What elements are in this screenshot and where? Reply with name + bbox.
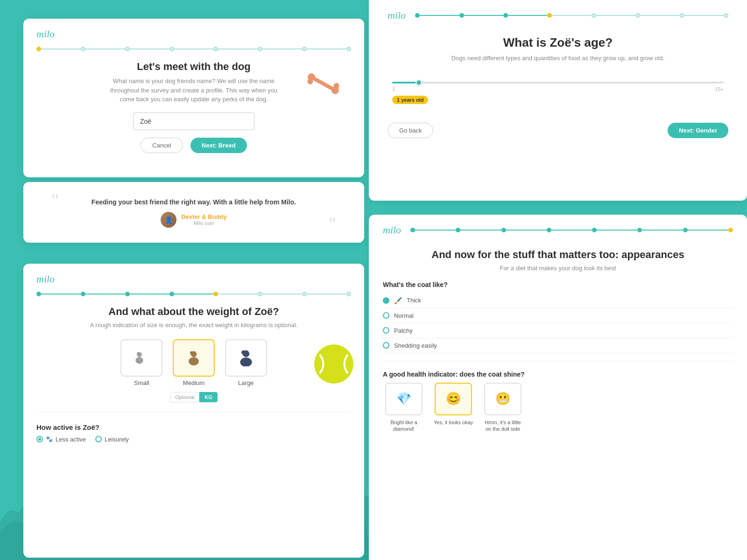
svg-point-10 [190, 351, 193, 354]
prog5-dot-4 [592, 228, 597, 232]
size-medium-input-row: Optional KG [170, 392, 217, 402]
prog3-dot-7 [346, 292, 351, 296]
prog5-dot-0 [410, 228, 415, 232]
prog4-line-3 [552, 15, 591, 16]
prog4-line-5 [640, 15, 679, 16]
logo-card3: milo [23, 264, 364, 285]
coat-option-patchy[interactable]: Patchy [383, 323, 733, 338]
prog5-line-3 [551, 230, 592, 231]
size-large-box [225, 339, 267, 377]
coat-radio-patchy [383, 327, 389, 334]
radio-leisurely [95, 436, 102, 442]
activity-leisurely[interactable]: Leisurely [95, 436, 129, 443]
prog-line-6 [307, 49, 346, 49]
prog4-line-6 [684, 15, 724, 16]
prog4-dot-6 [680, 13, 684, 18]
svg-point-8 [136, 357, 143, 364]
thick-icon: 🖌️ [394, 297, 402, 304]
prog-line-5 [262, 49, 302, 49]
prog3-line-2 [130, 294, 169, 294]
prog5-line-0 [415, 230, 456, 231]
card5-title: And now for the stuff that matters too: … [383, 248, 733, 262]
prog3-line-4 [218, 294, 258, 294]
prog5-dot-1 [456, 228, 460, 232]
prog4-dot-7 [724, 13, 728, 18]
size-small-label: Small [134, 379, 149, 386]
author-role: Milo user [181, 220, 227, 226]
prog5-line-1 [460, 230, 501, 231]
shine-diamond[interactable]: 💎 Bright like a diamond! [383, 383, 425, 433]
coat-option-thick[interactable]: 🖌️ Thick [383, 293, 733, 308]
dog-name-input-wrap [133, 112, 254, 130]
logo-card5: milo [383, 224, 401, 236]
card5-content: And now for the stuff that matters too: … [369, 236, 747, 441]
prog3-dot-0 [36, 292, 41, 296]
prog5-dot-2 [501, 228, 506, 232]
prog3-dot-1 [81, 292, 85, 296]
svg-line-0 [311, 70, 335, 97]
go-back-button[interactable]: Go back [388, 123, 433, 138]
prog-line-1 [85, 49, 125, 49]
size-small[interactable]: Small [120, 339, 162, 402]
prog5-dot-7 [728, 228, 733, 232]
card3-content: And what about the weight of Zoë? A roug… [23, 296, 364, 452]
testimonial-text-wrap: Feeding your best friend the right way. … [63, 197, 324, 228]
progress-bar-card3 [23, 292, 364, 296]
card5-subtitle: For a diet that makes your dog look its … [383, 265, 733, 272]
prog4-dot-2 [503, 13, 508, 18]
slider-fill [392, 82, 419, 84]
next-breed-button[interactable]: Next: Breed [190, 138, 247, 153]
prog4-line-2 [508, 15, 547, 16]
coat-label-normal: Normal [394, 312, 414, 319]
slider-labels: 1 15+ [392, 86, 724, 92]
logo-card4: milo [388, 9, 406, 21]
logo-card1: milo [23, 19, 364, 40]
prog4-dot-1 [459, 13, 464, 18]
dog-name-input[interactable] [133, 112, 254, 130]
avatar-image: 👤 [161, 212, 176, 228]
card-appearances: milo And now for the stuff that matters … [369, 215, 747, 560]
prog5-dot-3 [547, 228, 551, 232]
prog4-line-4 [596, 15, 635, 16]
svg-point-14 [240, 357, 252, 366]
less-active-icon: 🐾 [46, 436, 53, 442]
radio-less-active [36, 436, 43, 442]
activity-options: 🐾 Less active Leisurely [36, 436, 351, 443]
age-badge: 1 years old [392, 96, 428, 104]
prog3-line-1 [85, 294, 125, 294]
next-gender-button[interactable]: Next: Gender [668, 123, 728, 138]
prog3-line-0 [41, 294, 81, 294]
prog3-dot-2 [125, 292, 130, 296]
prog4-dot-4 [592, 13, 596, 18]
divider-1 [36, 412, 351, 412]
shine-diamond-label: Bright like a diamond! [383, 419, 425, 433]
leisurely-label: Leisurely [105, 436, 129, 443]
prog5-line-6 [688, 230, 728, 231]
size-medium[interactable]: Medium Optional KG [170, 339, 217, 402]
activity-less-active[interactable]: 🐾 Less active [36, 436, 86, 443]
svg-point-5 [314, 344, 353, 384]
coat-option-normal[interactable]: Normal [383, 308, 733, 323]
prog-dot-7 [346, 47, 351, 51]
prog3-dot-4 [213, 292, 218, 296]
prog5-line-5 [642, 230, 683, 231]
cancel-button[interactable]: Cancel [141, 138, 183, 153]
shine-dull[interactable]: 😬 Hmm, it's a little on the dull side [482, 383, 524, 433]
card-age: milo What is Zoë's age? Dogs need differ… [369, 0, 747, 201]
prog-dot-5 [258, 47, 262, 51]
card1-content: Let's meet with the dog What name is you… [23, 51, 364, 162]
card4-content: What is Zoë's age? Dogs need different t… [369, 21, 747, 152]
shine-okay-box: 😊 [435, 383, 472, 415]
shine-okay[interactable]: 😊 Yes, it looks okay [432, 383, 474, 433]
coat-label-patchy: Patchy [394, 327, 413, 334]
prog3-line-3 [174, 294, 214, 294]
progress-bar-card5 [410, 228, 733, 232]
coat-option-shedding[interactable]: Shedding easily [383, 338, 733, 353]
card1-title: Let's meet with the dog [36, 61, 351, 73]
testimonial-content: " Feeding your best friend the right way… [23, 182, 364, 243]
prog4-line-1 [464, 15, 503, 16]
coat-radio-normal [383, 312, 389, 319]
coat-radio-shedding [383, 342, 389, 349]
size-large[interactable]: Large [225, 339, 267, 402]
prog5-line-4 [597, 230, 637, 231]
